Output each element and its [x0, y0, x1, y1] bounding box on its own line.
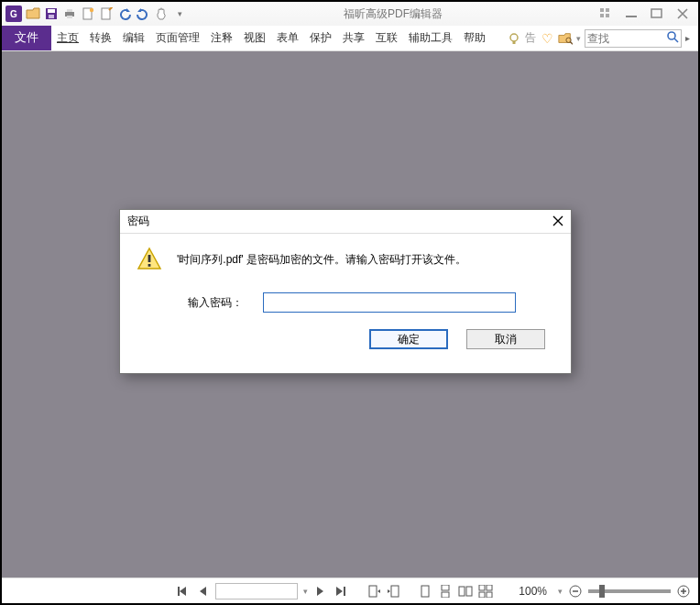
- search-box[interactable]: [585, 29, 682, 48]
- zoom-slider-thumb[interactable]: [599, 585, 605, 598]
- menu-convert[interactable]: 转换: [84, 26, 117, 50]
- search-icon[interactable]: [666, 30, 679, 46]
- svg-point-20: [668, 32, 675, 39]
- dialog-close-icon[interactable]: [552, 214, 563, 229]
- dialog-title: 密码: [127, 214, 552, 229]
- new-blank-icon[interactable]: [99, 6, 114, 21]
- window-controls: [599, 7, 689, 20]
- dialog-message: '时间序列.pdf' 是密码加密的文件。请输入密码打开该文件。: [177, 252, 466, 268]
- svg-rect-5: [67, 16, 72, 18]
- warning-icon: [137, 247, 162, 272]
- menu-edit[interactable]: 编辑: [117, 26, 150, 50]
- svg-rect-30: [466, 587, 472, 596]
- svg-line-9: [109, 7, 113, 10]
- single-page-icon[interactable]: [418, 584, 432, 599]
- svg-point-7: [90, 8, 93, 12]
- menu-protect[interactable]: 保护: [304, 26, 337, 50]
- svg-rect-22: [178, 587, 180, 596]
- menubar-right: 告 ♡ ▾ ▸: [507, 26, 698, 50]
- minimize-icon[interactable]: [625, 7, 638, 20]
- menu-home[interactable]: 主页: [51, 26, 84, 50]
- menu-share[interactable]: 共享: [337, 26, 370, 50]
- svg-rect-12: [600, 14, 604, 17]
- bulb-icon[interactable]: [507, 31, 521, 46]
- svg-rect-4: [67, 9, 72, 12]
- svg-rect-14: [626, 16, 637, 17]
- menu-view[interactable]: 视图: [238, 26, 271, 50]
- svg-rect-29: [459, 587, 465, 596]
- svg-rect-26: [421, 586, 429, 597]
- close-icon[interactable]: [676, 7, 689, 20]
- fit-width-icon[interactable]: [387, 584, 401, 599]
- menu-comment[interactable]: 注释: [205, 26, 238, 50]
- svg-rect-34: [487, 592, 492, 598]
- statusbar: ▾ 100% ▾: [2, 578, 698, 603]
- first-page-icon[interactable]: [175, 584, 190, 599]
- prev-page-icon[interactable]: [195, 584, 210, 599]
- svg-rect-32: [487, 585, 492, 590]
- svg-line-21: [674, 38, 678, 42]
- zoom-out-icon[interactable]: [568, 584, 583, 599]
- svg-rect-10: [600, 8, 604, 12]
- svg-rect-1: [48, 9, 55, 13]
- password-input[interactable]: [263, 292, 516, 313]
- continuous-facing-icon[interactable]: [478, 584, 493, 599]
- zoom-value: 100%: [519, 585, 547, 598]
- next-page-icon[interactable]: [313, 584, 328, 599]
- open-icon[interactable]: [26, 6, 40, 21]
- svg-line-19: [570, 41, 573, 44]
- svg-point-16: [510, 34, 518, 41]
- qat-dropdown-icon[interactable]: ▾: [172, 6, 187, 21]
- svg-rect-13: [606, 14, 609, 17]
- favorite-icon[interactable]: ♡: [540, 31, 554, 46]
- save-icon[interactable]: [44, 6, 59, 21]
- app-title: 福昕高级PDF编辑器: [191, 6, 596, 22]
- ribbon-options-icon[interactable]: [599, 7, 612, 20]
- hand-tool-icon[interactable]: [154, 6, 169, 21]
- menu-items: 主页 转换 编辑 页面管理 注释 视图 表单 保护 共享 互联 辅助工具 帮助: [51, 26, 491, 50]
- menu-forms[interactable]: 表单: [271, 26, 304, 50]
- menu-access[interactable]: 辅助工具: [403, 26, 458, 50]
- titlebar: G ▾ 福昕高级PDF编辑器: [2, 2, 698, 26]
- svg-rect-40: [148, 255, 151, 262]
- maximize-icon[interactable]: [651, 7, 663, 20]
- fit-page-icon[interactable]: [366, 584, 381, 599]
- tell-me-label[interactable]: 告: [525, 30, 536, 46]
- dialog-body: '时间序列.pdf' 是密码加密的文件。请输入密码打开该文件。 输入密码： 确定…: [120, 234, 571, 360]
- svg-rect-31: [479, 585, 485, 590]
- dialog-titlebar: 密码: [120, 210, 571, 234]
- continuous-icon[interactable]: [438, 584, 453, 599]
- menu-pages[interactable]: 页面管理: [150, 26, 205, 50]
- menu-connect[interactable]: 互联: [370, 26, 403, 50]
- password-label: 输入密码：: [188, 295, 243, 311]
- search-folder-icon[interactable]: [558, 31, 573, 46]
- svg-rect-41: [148, 264, 151, 267]
- menu-help[interactable]: 帮助: [458, 26, 491, 50]
- search-input[interactable]: [587, 32, 666, 45]
- svg-rect-23: [344, 587, 345, 596]
- svg-rect-33: [479, 592, 485, 598]
- file-tab[interactable]: 文件: [2, 26, 51, 50]
- svg-rect-27: [442, 585, 449, 590]
- menubar: 文件 主页 转换 编辑 页面管理 注释 视图 表单 保护 共享 互联 辅助工具 …: [2, 26, 698, 51]
- svg-rect-17: [513, 41, 516, 44]
- zoom-slider[interactable]: [588, 589, 671, 593]
- svg-rect-15: [651, 9, 662, 17]
- app-logo-icon: G: [5, 6, 22, 22]
- new-doc-icon[interactable]: [81, 6, 95, 21]
- facing-icon[interactable]: [458, 584, 473, 599]
- zoom-in-icon[interactable]: [676, 584, 691, 599]
- svg-rect-28: [442, 592, 449, 598]
- svg-rect-2: [49, 15, 54, 18]
- ok-button[interactable]: 确定: [369, 329, 448, 349]
- last-page-icon[interactable]: [334, 584, 348, 599]
- password-dialog: 密码 '时间序列.pdf' 是密码加密的文件。请输入密码打开该文件。 输入密码：…: [119, 209, 572, 374]
- page-number-input[interactable]: [215, 583, 298, 600]
- svg-rect-25: [391, 586, 399, 597]
- print-icon[interactable]: [62, 6, 77, 21]
- svg-rect-11: [606, 8, 609, 12]
- expand-ribbon-icon[interactable]: ▸: [685, 33, 695, 43]
- redo-icon[interactable]: [136, 6, 150, 21]
- undo-icon[interactable]: [117, 6, 132, 21]
- cancel-button[interactable]: 取消: [466, 329, 545, 349]
